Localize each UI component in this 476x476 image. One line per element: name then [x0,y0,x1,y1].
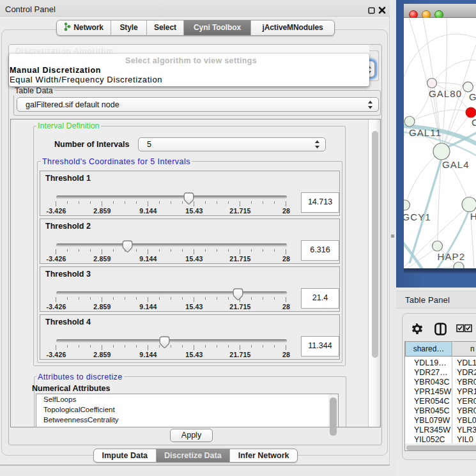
svg-text:H: H [470,211,476,222]
svg-text:G.: G. [469,91,476,102]
svg-text:C: C [472,117,476,128]
svg-text:HAP2: HAP2 [438,251,466,262]
svg-text:GAL4: GAL4 [442,159,470,170]
svg-text:GAL11: GAL11 [409,127,441,138]
svg-text:GAL80: GAL80 [429,88,462,99]
svg-text:GCY1: GCY1 [404,211,431,222]
